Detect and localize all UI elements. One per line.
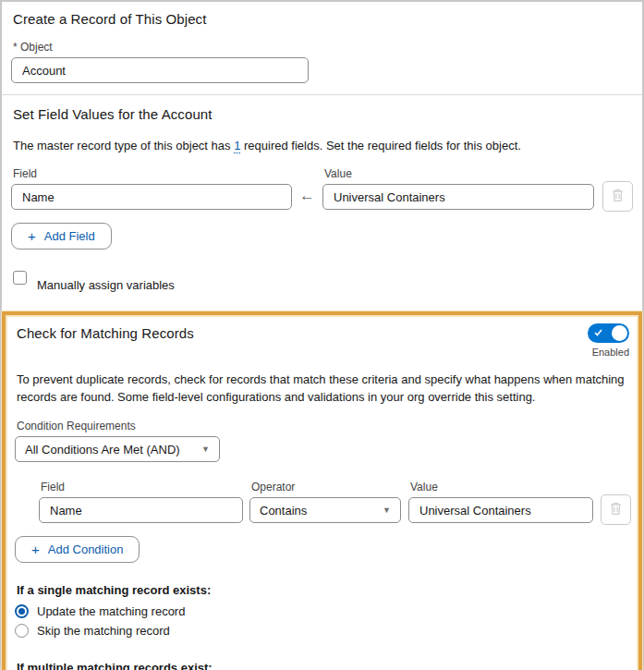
manually-assign-checkbox[interactable]: [13, 271, 27, 285]
multiple-match-heading: If multiple matching records exist:: [17, 661, 631, 670]
trash-icon: [612, 189, 624, 205]
object-label: * Object: [13, 41, 633, 54]
condition-operator-label: Operator: [251, 481, 401, 493]
matching-description: To prevent duplicate records, check for …: [17, 371, 629, 406]
object-input[interactable]: [11, 57, 309, 83]
section-title-set-field-values: Set Field Values for the Account: [13, 106, 633, 122]
condition-requirements-label: Condition Requirements: [17, 420, 631, 432]
add-condition-button[interactable]: + Add Condition: [15, 536, 140, 563]
section-title-matching: Check for Matching Records: [17, 325, 194, 341]
condition-field-label: Field: [41, 481, 243, 493]
delete-condition-row-button[interactable]: [601, 494, 631, 525]
assignment-value-input[interactable]: [322, 184, 594, 210]
condition-operator-select[interactable]: Contains ▼: [249, 497, 401, 523]
section-title-create-record: Create a Record of This Object: [13, 11, 633, 27]
required-fields-note: The master record type of this object ha…: [13, 137, 633, 154]
flow-record-create-panel: Create a Record of This Object * Object …: [0, 0, 644, 670]
arrow-left-icon: ←: [292, 184, 322, 210]
manually-assign-row: Manually assign variables: [13, 262, 633, 294]
manually-assign-label: Manually assign variables: [37, 276, 175, 294]
delete-field-row-button[interactable]: [602, 181, 633, 212]
radio-label: Skip the matching record: [37, 622, 170, 640]
condition-field-input[interactable]: [39, 497, 243, 523]
plus-icon: +: [31, 542, 40, 557]
plus-icon: +: [28, 228, 36, 244]
radio-skip-matching-record[interactable]: [15, 624, 29, 638]
assignment-field-input[interactable]: [11, 184, 292, 210]
toggle-wrap: Enabled: [588, 323, 629, 358]
radio-label: Update the matching record: [37, 603, 185, 620]
chevron-down-icon: ▼: [201, 445, 210, 454]
radio-option-row: Update the matching record: [15, 603, 631, 619]
radio-update-matching-record[interactable]: [15, 604, 29, 618]
check-matching-records-section: Check for Matching Records Enabled To pr…: [2, 311, 642, 670]
toggle-status-label: Enabled: [592, 347, 629, 358]
condition-value-input[interactable]: [408, 497, 593, 523]
field-label: Field: [13, 167, 292, 180]
required-marker: *: [13, 41, 18, 54]
trash-icon: [610, 502, 622, 518]
field-assignment-row: Field ← Value: [11, 167, 633, 210]
single-match-heading: If a single matching record exists:: [17, 583, 631, 597]
matching-enabled-toggle[interactable]: [588, 323, 629, 343]
matching-header: Check for Matching Records Enabled: [13, 323, 631, 358]
chevron-down-icon: ▼: [383, 506, 391, 515]
radio-option-row: Skip the matching record: [15, 623, 631, 639]
panel-body: Create a Record of This Object * Object …: [0, 0, 644, 665]
condition-row: Field Operator Contains ▼ Value: [39, 481, 631, 523]
value-label: Value: [324, 167, 594, 180]
set-field-values-section: Set Field Values for the Account The mas…: [2, 95, 642, 305]
toggle-knob: [612, 325, 627, 341]
condition-value-label: Value: [410, 481, 593, 493]
add-field-button[interactable]: + Add Field: [11, 223, 112, 250]
create-record-section: Create a Record of This Object * Object: [2, 2, 642, 94]
condition-requirements-select[interactable]: All Conditions Are Met (AND) ▼: [15, 436, 220, 462]
checkmark-icon: [594, 329, 602, 336]
